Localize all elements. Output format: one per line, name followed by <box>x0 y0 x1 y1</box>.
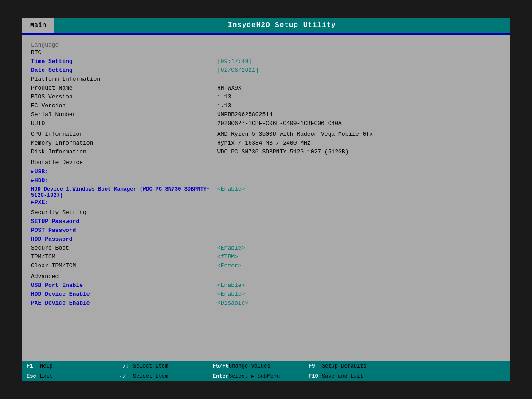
label-clear-tpm: Clear TPM/TCM <box>31 262 217 269</box>
label-cpu: CPU Information <box>31 131 217 137</box>
label-platform: Platform Information <box>31 76 217 82</box>
label-hdd-device: HDD Device 1:Windows Boot Manager (WDC P… <box>31 186 217 199</box>
value-cpu: AMD Ryzen 5 3500U with Radeon Vega Mobil… <box>217 131 373 137</box>
row-pxe-device-enable[interactable]: PXE Device Enable <Disable> <box>31 300 501 309</box>
row-hdd-device-enable[interactable]: HDD Device Enable <Enable> <box>31 291 501 300</box>
label-rtc: RTC <box>31 49 217 56</box>
row-secure-boot[interactable]: Secure Boot <Enable> <box>31 245 501 254</box>
desc-setup-defaults: Setup Defaults <box>322 363 393 369</box>
value-serial: UMPBB20625802514 <box>217 111 273 118</box>
row-usb-port[interactable]: USB Port Enable <Enable> <box>31 282 501 291</box>
title-bar: InsydeH2O Setup Utility <box>54 18 510 33</box>
bios-screen: Main InsydeH2O Setup Utility Language RT… <box>22 18 510 381</box>
row-pxe[interactable]: ▶PXE: <box>31 199 501 207</box>
bottom-row-2: Esc Exit ←/→ Select Item Enter Select ▶ … <box>22 371 510 381</box>
row-bios-version: BIOS Version 1.13 <box>31 94 501 102</box>
row-hdd[interactable]: ▶HDD: <box>31 177 501 186</box>
key-f10: F10 <box>309 373 322 379</box>
value-clear-tpm: <Enter> <box>217 262 242 269</box>
value-ec-version: 1.13 <box>217 102 231 109</box>
value-date-setting: [02/06/2021] <box>217 67 259 74</box>
row-ec-version: EC Version 1.13 <box>31 102 501 111</box>
label-serial: Serial Number <box>31 111 217 118</box>
row-serial: Serial Number UMPBB20625802514 <box>31 111 501 120</box>
content: Language RTC Time Setting [09:17:49] Dat… <box>22 35 510 361</box>
value-bios-version: 1.13 <box>217 94 231 100</box>
label-time-setting: Time Setting <box>31 58 217 65</box>
desc-save-exit: Save and Exit <box>322 373 393 379</box>
key-leftright: ←/→ <box>120 373 133 379</box>
value-hdd-device: <Enable> <box>217 186 245 192</box>
label-ec-version: EC Version <box>31 102 217 109</box>
key-f9: F9 <box>309 363 322 369</box>
label-disk: Disk Information <box>31 149 217 155</box>
value-time-setting: [09:17:49] <box>217 58 252 65</box>
label-pxe: ▶PXE: <box>31 199 217 206</box>
row-security-hdr: Security Setting <box>31 209 501 218</box>
desc-select-submenu: Select ▶ SubMenu <box>229 373 300 379</box>
value-disk: WDC PC SN730 SDBPNTY-512G-1027 (512GB) <box>217 149 348 155</box>
tab-main[interactable]: Main <box>22 18 54 33</box>
desc-change-values: Change Values <box>229 363 300 369</box>
row-platform: Platform Information <box>31 76 501 85</box>
row-date-setting[interactable]: Date Setting [02/06/2021] <box>31 67 501 76</box>
label-hdd-password: HDD Password <box>31 236 217 243</box>
row-disk: Disk Information WDC PC SN730 SDBPNTY-51… <box>31 149 501 157</box>
bottom-row-1: F1 Help ↑/↓ Select Item F5/F6 Change Val… <box>22 361 510 371</box>
label-memory: Memory Information <box>31 140 217 146</box>
row-hdd-device[interactable]: HDD Device 1:Windows Boot Manager (WDC P… <box>31 186 501 199</box>
key-f5f6: F5/F6 <box>213 363 229 369</box>
row-advanced-hdr: Advanced <box>31 273 501 282</box>
row-post-password[interactable]: POST Password <box>31 227 501 236</box>
label-date-setting: Date Setting <box>31 67 217 74</box>
row-uuid: UUID 20200627-1CBF-C06E-C409-1CBFC06EC40… <box>31 120 501 129</box>
desc-select-item-1: Select Item <box>133 363 204 369</box>
key-esc: Esc <box>27 373 40 379</box>
label-hdd-device-enable: HDD Device Enable <box>31 291 217 297</box>
row-tpm-tcm[interactable]: TPM/TCM <fTPM> <box>31 254 501 262</box>
desc-exit: Exit <box>40 373 111 379</box>
desc-select-item-2: Select Item <box>133 373 204 379</box>
label-advanced-hdr: Advanced <box>31 273 217 280</box>
desc-help: Help <box>40 363 111 369</box>
bottom-bar: F1 Help ↑/↓ Select Item F5/F6 Change Val… <box>22 361 510 381</box>
label-usb-port: USB Port Enable <box>31 282 217 289</box>
row-cpu: CPU Information AMD Ryzen 5 3500U with R… <box>31 131 501 140</box>
row-clear-tpm[interactable]: Clear TPM/TCM <Enter> <box>31 262 501 271</box>
row-memory: Memory Information Hynix / 16384 MB / 24… <box>31 140 501 149</box>
label-usb: ▶USB: <box>31 168 217 175</box>
value-usb-port: <Enable> <box>217 282 245 289</box>
key-enter: Enter <box>213 373 229 379</box>
key-updown: ↑/↓ <box>120 363 133 369</box>
label-setup-password: SETUP Password <box>31 218 217 225</box>
row-setup-password[interactable]: SETUP Password <box>31 218 501 227</box>
label-pxe-device-enable: PXE Device Enable <box>31 300 217 306</box>
row-rtc: RTC <box>31 49 501 58</box>
row-product-name: Product Name HN-WX9X <box>31 85 501 94</box>
value-product-name: HN-WX9X <box>217 85 242 91</box>
value-uuid: 20200627-1CBF-C06E-C409-1CBFC06EC40A <box>217 120 342 127</box>
label-product-name: Product Name <box>31 85 217 91</box>
row-time-setting[interactable]: Time Setting [09:17:49] <box>31 58 501 67</box>
label-secure-boot: Secure Boot <box>31 245 217 251</box>
value-tpm-tcm: <fTPM> <box>217 254 238 260</box>
value-memory: Hynix / 16384 MB / 2400 MHz <box>217 140 311 146</box>
row-usb[interactable]: ▶USB: <box>31 168 501 177</box>
key-f1: F1 <box>27 363 40 369</box>
label-hdd: ▶HDD: <box>31 177 217 184</box>
label-bootable: Bootable Device <box>31 159 217 166</box>
label-uuid: UUID <box>31 120 217 127</box>
label-tpm-tcm: TPM/TCM <box>31 254 217 260</box>
value-hdd-device-enable: <Enable> <box>217 291 245 297</box>
label-security-hdr: Security Setting <box>31 209 217 216</box>
label-post-password: POST Password <box>31 227 217 234</box>
label-bios-version: BIOS Version <box>31 94 217 100</box>
section-language: Language <box>31 42 501 48</box>
row-bootable: Bootable Device <box>31 159 501 168</box>
value-secure-boot: <Enable> <box>217 245 245 251</box>
top-bar: Main InsydeH2O Setup Utility <box>22 18 510 33</box>
value-pxe-device-enable: <Disable> <box>217 300 248 306</box>
row-hdd-password[interactable]: HDD Password <box>31 236 501 245</box>
